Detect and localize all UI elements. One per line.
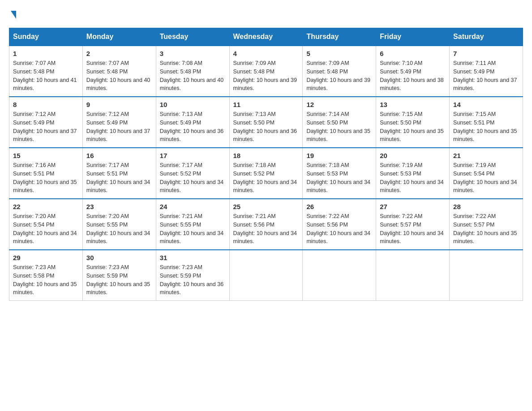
day-number: 25 — [233, 203, 299, 210]
calendar-cell: 15Sunrise: 7:16 AMSunset: 5:51 PMDayligh… — [9, 148, 83, 199]
calendar-table: SundayMondayTuesdayWednesdayThursdayFrid… — [9, 28, 523, 301]
day-number: 8 — [13, 101, 79, 108]
weekday-header-wednesday: Wednesday — [229, 28, 303, 46]
calendar-cell: 21Sunrise: 7:19 AMSunset: 5:54 PMDayligh… — [450, 148, 523, 199]
day-info: Sunrise: 7:22 AMSunset: 5:56 PMDaylight:… — [306, 212, 372, 246]
day-info: Sunrise: 7:21 AMSunset: 5:55 PMDaylight:… — [160, 212, 226, 246]
day-number: 11 — [233, 101, 299, 108]
day-info: Sunrise: 7:16 AMSunset: 5:51 PMDaylight:… — [13, 161, 79, 195]
day-number: 22 — [13, 203, 79, 210]
day-info: Sunrise: 7:17 AMSunset: 5:52 PMDaylight:… — [160, 161, 226, 195]
day-info: Sunrise: 7:07 AMSunset: 5:48 PMDaylight:… — [86, 59, 152, 93]
weekday-header-friday: Friday — [376, 28, 450, 46]
calendar-cell: 18Sunrise: 7:18 AMSunset: 5:52 PMDayligh… — [229, 148, 303, 199]
day-info: Sunrise: 7:23 AMSunset: 5:59 PMDaylight:… — [160, 263, 226, 297]
page-header — [9, 9, 523, 19]
calendar-cell: 20Sunrise: 7:19 AMSunset: 5:53 PMDayligh… — [376, 148, 450, 199]
day-info: Sunrise: 7:12 AMSunset: 5:49 PMDaylight:… — [13, 110, 79, 144]
day-number: 1 — [13, 50, 79, 57]
calendar-cell: 1Sunrise: 7:07 AMSunset: 5:48 PMDaylight… — [9, 46, 83, 97]
day-info: Sunrise: 7:08 AMSunset: 5:48 PMDaylight:… — [160, 59, 226, 93]
calendar-week-row: 1Sunrise: 7:07 AMSunset: 5:48 PMDaylight… — [9, 46, 523, 97]
day-info: Sunrise: 7:22 AMSunset: 5:57 PMDaylight:… — [380, 212, 446, 246]
calendar-cell: 3Sunrise: 7:08 AMSunset: 5:48 PMDaylight… — [156, 46, 229, 97]
calendar-cell: 28Sunrise: 7:22 AMSunset: 5:57 PMDayligh… — [450, 199, 523, 250]
calendar-cell: 12Sunrise: 7:14 AMSunset: 5:50 PMDayligh… — [303, 97, 376, 148]
calendar-cell — [229, 250, 303, 301]
day-info: Sunrise: 7:07 AMSunset: 5:48 PMDaylight:… — [13, 59, 79, 93]
calendar-week-row: 15Sunrise: 7:16 AMSunset: 5:51 PMDayligh… — [9, 148, 523, 199]
calendar-cell: 30Sunrise: 7:23 AMSunset: 5:59 PMDayligh… — [82, 250, 156, 301]
calendar-cell: 8Sunrise: 7:12 AMSunset: 5:49 PMDaylight… — [9, 97, 83, 148]
weekday-header-saturday: Saturday — [450, 28, 523, 46]
calendar-cell: 11Sunrise: 7:13 AMSunset: 5:50 PMDayligh… — [229, 97, 303, 148]
day-number: 14 — [453, 101, 519, 108]
day-info: Sunrise: 7:20 AMSunset: 5:55 PMDaylight:… — [86, 212, 152, 246]
calendar-week-row: 8Sunrise: 7:12 AMSunset: 5:49 PMDaylight… — [9, 97, 523, 148]
calendar-cell: 7Sunrise: 7:11 AMSunset: 5:49 PMDaylight… — [450, 46, 523, 97]
calendar-cell: 22Sunrise: 7:20 AMSunset: 5:54 PMDayligh… — [9, 199, 83, 250]
calendar-cell: 24Sunrise: 7:21 AMSunset: 5:55 PMDayligh… — [156, 199, 229, 250]
day-info: Sunrise: 7:14 AMSunset: 5:50 PMDaylight:… — [306, 110, 372, 144]
day-info: Sunrise: 7:09 AMSunset: 5:48 PMDaylight:… — [306, 59, 372, 93]
day-number: 17 — [160, 152, 226, 159]
day-info: Sunrise: 7:18 AMSunset: 5:52 PMDaylight:… — [233, 161, 299, 195]
day-number: 24 — [160, 203, 226, 210]
calendar-cell: 23Sunrise: 7:20 AMSunset: 5:55 PMDayligh… — [82, 199, 156, 250]
day-number: 15 — [13, 152, 79, 159]
day-info: Sunrise: 7:20 AMSunset: 5:54 PMDaylight:… — [13, 212, 79, 246]
day-number: 28 — [453, 203, 519, 210]
calendar-cell: 4Sunrise: 7:09 AMSunset: 5:48 PMDaylight… — [229, 46, 303, 97]
day-number: 3 — [160, 50, 226, 57]
day-number: 31 — [160, 254, 226, 261]
day-number: 30 — [86, 254, 152, 261]
calendar-cell: 14Sunrise: 7:15 AMSunset: 5:51 PMDayligh… — [450, 97, 523, 148]
weekday-header-sunday: Sunday — [9, 28, 83, 46]
day-number: 12 — [306, 101, 372, 108]
day-info: Sunrise: 7:15 AMSunset: 5:50 PMDaylight:… — [380, 110, 446, 144]
day-info: Sunrise: 7:17 AMSunset: 5:51 PMDaylight:… — [86, 161, 152, 195]
day-number: 21 — [453, 152, 519, 159]
logo — [9, 9, 16, 19]
day-info: Sunrise: 7:11 AMSunset: 5:49 PMDaylight:… — [453, 59, 519, 93]
day-number: 19 — [306, 152, 372, 159]
calendar-cell: 26Sunrise: 7:22 AMSunset: 5:56 PMDayligh… — [303, 199, 376, 250]
day-info: Sunrise: 7:09 AMSunset: 5:48 PMDaylight:… — [233, 59, 299, 93]
calendar-cell: 13Sunrise: 7:15 AMSunset: 5:50 PMDayligh… — [376, 97, 450, 148]
calendar-cell: 10Sunrise: 7:13 AMSunset: 5:49 PMDayligh… — [156, 97, 229, 148]
day-number: 16 — [86, 152, 152, 159]
day-number: 13 — [380, 101, 446, 108]
calendar-cell: 17Sunrise: 7:17 AMSunset: 5:52 PMDayligh… — [156, 148, 229, 199]
day-info: Sunrise: 7:22 AMSunset: 5:57 PMDaylight:… — [453, 212, 519, 246]
calendar-week-row: 29Sunrise: 7:23 AMSunset: 5:58 PMDayligh… — [9, 250, 523, 301]
calendar-week-row: 22Sunrise: 7:20 AMSunset: 5:54 PMDayligh… — [9, 199, 523, 250]
day-number: 26 — [306, 203, 372, 210]
weekday-header-monday: Monday — [82, 28, 156, 46]
day-number: 29 — [13, 254, 79, 261]
calendar-header-row: SundayMondayTuesdayWednesdayThursdayFrid… — [9, 28, 523, 46]
calendar-cell: 31Sunrise: 7:23 AMSunset: 5:59 PMDayligh… — [156, 250, 229, 301]
calendar-cell: 6Sunrise: 7:10 AMSunset: 5:49 PMDaylight… — [376, 46, 450, 97]
calendar-cell: 25Sunrise: 7:21 AMSunset: 5:56 PMDayligh… — [229, 199, 303, 250]
calendar-cell: 19Sunrise: 7:18 AMSunset: 5:53 PMDayligh… — [303, 148, 376, 199]
day-number: 27 — [380, 203, 446, 210]
calendar-cell: 9Sunrise: 7:12 AMSunset: 5:49 PMDaylight… — [82, 97, 156, 148]
day-info: Sunrise: 7:12 AMSunset: 5:49 PMDaylight:… — [86, 110, 152, 144]
calendar-cell: 27Sunrise: 7:22 AMSunset: 5:57 PMDayligh… — [376, 199, 450, 250]
calendar-cell: 16Sunrise: 7:17 AMSunset: 5:51 PMDayligh… — [82, 148, 156, 199]
day-info: Sunrise: 7:19 AMSunset: 5:54 PMDaylight:… — [453, 161, 519, 195]
day-number: 5 — [306, 50, 372, 57]
weekday-header-thursday: Thursday — [303, 28, 376, 46]
day-info: Sunrise: 7:10 AMSunset: 5:49 PMDaylight:… — [380, 59, 446, 93]
day-number: 10 — [160, 101, 226, 108]
day-info: Sunrise: 7:18 AMSunset: 5:53 PMDaylight:… — [306, 161, 372, 195]
day-number: 20 — [380, 152, 446, 159]
day-info: Sunrise: 7:13 AMSunset: 5:50 PMDaylight:… — [233, 110, 299, 144]
day-number: 4 — [233, 50, 299, 57]
calendar-cell: 29Sunrise: 7:23 AMSunset: 5:58 PMDayligh… — [9, 250, 83, 301]
day-info: Sunrise: 7:23 AMSunset: 5:59 PMDaylight:… — [86, 263, 152, 297]
day-info: Sunrise: 7:21 AMSunset: 5:56 PMDaylight:… — [233, 212, 299, 246]
calendar-cell — [450, 250, 523, 301]
calendar-cell — [376, 250, 450, 301]
calendar-cell — [303, 250, 376, 301]
